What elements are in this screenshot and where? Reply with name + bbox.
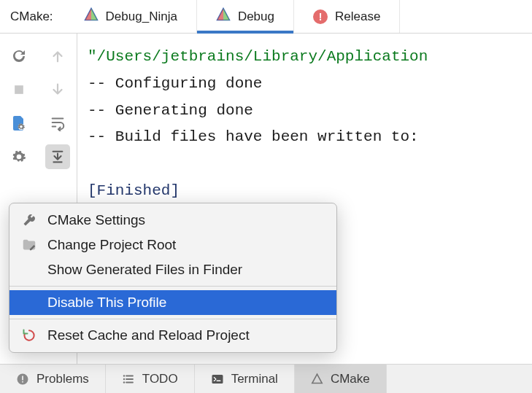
toolwindow-label: Terminal (231, 372, 278, 386)
toolwindow-label: Problems (36, 372, 89, 386)
open-cmakecache-button[interactable] (7, 111, 31, 136)
menu-change-project-root[interactable]: Change Project Root (9, 233, 336, 257)
console-text: -- Generating done (88, 102, 253, 119)
refresh-red-icon (20, 328, 39, 343)
cmake-tab-strip: CMake: Debug_Ninja Debug ! Release (0, 0, 532, 34)
folder-pen-icon (20, 237, 39, 253)
cmake-icon (311, 373, 323, 385)
terminal-icon (211, 373, 224, 386)
menu-label: Reset Cache and Reload Project (47, 327, 250, 343)
menu-label: CMake Settings (47, 212, 145, 228)
soft-wrap-button[interactable] (45, 111, 70, 136)
tabstrip-label: CMake: (0, 9, 65, 24)
toolwindow-bar: Problems TODO Terminal CMake (0, 364, 532, 393)
menu-show-generated-files[interactable]: Show Generated Files in Finder (9, 257, 336, 282)
toolwindow-cmake[interactable]: CMake (295, 365, 387, 393)
cmake-icon (216, 7, 231, 26)
tab-label: Release (335, 9, 380, 24)
reload-button[interactable] (7, 44, 31, 69)
menu-cmake-settings[interactable]: CMake Settings (9, 208, 336, 233)
scroll-to-end-button[interactable] (45, 144, 70, 169)
menu-label: Disable This Profile (47, 295, 166, 311)
toolwindow-label: TODO (142, 372, 178, 386)
settings-gear-button[interactable] (7, 144, 31, 169)
stop-button[interactable] (7, 77, 31, 102)
prev-button[interactable] (45, 44, 70, 69)
tab-debug-ninja[interactable]: Debug_Ninja (65, 0, 197, 33)
toolwindow-problems[interactable]: Problems (0, 365, 106, 393)
console-text: " (88, 48, 97, 65)
console-text: -- Configuring done (88, 75, 262, 92)
tab-label: Debug (238, 9, 274, 24)
tab-label: Debug_Ninja (106, 9, 177, 24)
console-text: /Users/jetbrains/Library/Application (97, 48, 428, 65)
tab-debug[interactable]: Debug (197, 0, 294, 33)
toolwindow-label: CMake (331, 372, 370, 386)
next-button[interactable] (45, 77, 70, 102)
error-badge-icon: ! (313, 9, 328, 24)
toolwindow-terminal[interactable]: Terminal (195, 365, 295, 393)
toolwindow-todo[interactable]: TODO (106, 365, 195, 393)
list-icon (122, 373, 135, 386)
menu-reset-cache-reload[interactable]: Reset Cache and Reload Project (9, 323, 336, 348)
console-text: -- Build files have been written to: (88, 128, 419, 145)
menu-separator (9, 286, 336, 287)
warn-icon (16, 373, 29, 386)
cmake-icon (84, 7, 99, 26)
console-finished: [Finished] (88, 182, 180, 199)
menu-label: Show Generated Files in Finder (47, 262, 242, 278)
wrench-icon (20, 213, 39, 227)
menu-separator (9, 319, 336, 319)
menu-disable-this-profile[interactable]: Disable This Profile (9, 290, 336, 315)
tab-release[interactable]: ! Release (294, 0, 400, 33)
menu-label: Change Project Root (47, 237, 176, 253)
cmake-settings-popup: CMake Settings Change Project Root Show … (9, 203, 337, 353)
